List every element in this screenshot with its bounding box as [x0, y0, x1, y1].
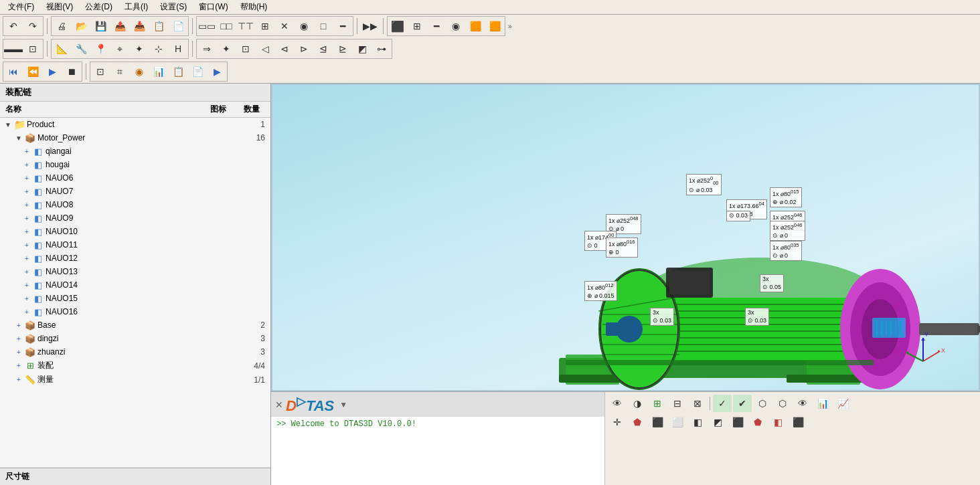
tree-item-nauo15[interactable]: + ◧ NAUO15: [0, 292, 270, 305]
shape1-button[interactable]: ⬟: [628, 413, 647, 431]
tree-item-nauo7[interactable]: + ◧ NAUO7: [0, 185, 270, 198]
tree-item-assembly[interactable]: + ⊞ 装配 4/4: [0, 359, 270, 373]
view1-button[interactable]: ▭▭: [197, 17, 216, 35]
geom1-button[interactable]: ⬡: [753, 395, 772, 412]
toggle-hougai[interactable]: +: [21, 161, 32, 169]
toggle-nauo8[interactable]: +: [21, 201, 32, 209]
tree-item-product[interactable]: ▼ 📁 Product 1: [0, 118, 270, 131]
view7-button[interactable]: □: [314, 17, 333, 35]
play-button[interactable]: ▶: [43, 63, 62, 80]
chart2-button[interactable]: 📈: [833, 395, 852, 412]
shape5-button[interactable]: ◩: [708, 413, 727, 431]
chart-button[interactable]: 📊: [813, 395, 832, 412]
tree-item-measure[interactable]: + 📏 测量 1/1: [0, 373, 270, 387]
chain7-button[interactable]: ⊴: [314, 40, 333, 58]
tree-item-qiangai[interactable]: + ◧ qiangai: [0, 144, 270, 158]
save-button[interactable]: 💾: [91, 17, 110, 35]
render4-button[interactable]: ◉: [446, 17, 465, 35]
toggle-assembly[interactable]: +: [13, 362, 24, 369]
anal1-button[interactable]: ⊡: [91, 63, 110, 80]
paste-button[interactable]: 📄: [169, 17, 187, 35]
copy-button[interactable]: 📋: [149, 17, 168, 35]
tree-item-base[interactable]: + 📦 Base 2: [0, 318, 270, 332]
meas3-button[interactable]: 📍: [91, 40, 110, 58]
meas1-button[interactable]: 📐: [52, 40, 71, 58]
move-button[interactable]: ✛: [608, 413, 627, 431]
toggle-base[interactable]: +: [13, 322, 24, 329]
shape7-button[interactable]: ⬟: [748, 413, 767, 431]
anal2-button[interactable]: ⌗: [110, 63, 129, 80]
anal5-button[interactable]: 📋: [169, 63, 187, 80]
expand1[interactable]: »: [507, 23, 513, 30]
view4-button[interactable]: ⊞: [256, 17, 274, 35]
view-front-button[interactable]: ◑: [628, 395, 647, 412]
view3-button[interactable]: ⊤⊤: [236, 17, 255, 35]
toggle-nauo10[interactable]: +: [21, 228, 32, 235]
chain4-button[interactable]: ◁: [256, 40, 274, 58]
redo-button[interactable]: ↷: [23, 17, 42, 35]
view2-button[interactable]: □□: [217, 17, 236, 35]
dim2-button[interactable]: ⊡: [23, 40, 42, 58]
menu-window[interactable]: 窗口(W): [193, 0, 233, 14]
menu-tools[interactable]: 工具(I): [119, 0, 153, 14]
menu-tolerance[interactable]: 公差(D): [80, 0, 118, 14]
shape9-button[interactable]: ⬛: [789, 413, 807, 431]
toggle-measure[interactable]: +: [13, 376, 24, 383]
render6-button[interactable]: 🟧: [485, 17, 504, 35]
anal6-button[interactable]: 📄: [188, 63, 207, 80]
tree-item-motor-power[interactable]: ▼ 📦 Motor_Power 16: [0, 131, 270, 144]
check2-button[interactable]: ✔: [733, 395, 752, 412]
view-split2-button[interactable]: ⊠: [688, 395, 707, 412]
menu-settings[interactable]: 设置(S): [155, 0, 192, 14]
check-button[interactable]: ✓: [713, 395, 732, 412]
chain9-button[interactable]: ◩: [353, 40, 372, 58]
toggle-nauo7[interactable]: +: [21, 188, 32, 195]
view-split-button[interactable]: ⊟: [668, 395, 687, 412]
menu-view[interactable]: 视图(V): [41, 0, 78, 14]
tree-item-nauo9[interactable]: + ◧ NAUO9: [0, 211, 270, 225]
toggle-zhuanzi[interactable]: +: [13, 349, 24, 356]
geom3-button[interactable]: 👁: [793, 395, 812, 412]
play-start-button[interactable]: ⏮: [4, 63, 23, 80]
toggle-nauo15[interactable]: +: [21, 295, 32, 302]
chain10-button[interactable]: ⊶: [372, 40, 391, 58]
undo-button[interactable]: ↶: [4, 17, 23, 35]
shape4-button[interactable]: ◧: [688, 413, 707, 431]
render3-button[interactable]: ━: [427, 17, 446, 35]
render1-button[interactable]: ⬛: [388, 17, 407, 35]
open-button[interactable]: 📂: [72, 17, 90, 35]
chain8-button[interactable]: ⊵: [333, 40, 352, 58]
play-stop-button[interactable]: ⏹: [62, 63, 81, 80]
render2-button[interactable]: ⊞: [408, 17, 426, 35]
view5-button[interactable]: ✕: [275, 17, 294, 35]
tree-item-nauo16[interactable]: + ◧ NAUO16: [0, 305, 270, 318]
toggle-motor[interactable]: ▼: [13, 134, 24, 142]
toggle-nauo16[interactable]: +: [21, 308, 32, 316]
toggle-product[interactable]: ▼: [3, 121, 13, 128]
chain3-button[interactable]: ⊡: [236, 40, 255, 58]
tree-item-hougai[interactable]: + ◧ hougai: [0, 158, 270, 171]
meas6-button[interactable]: ⊹: [149, 40, 168, 58]
toggle-nauo12[interactable]: +: [21, 255, 32, 262]
export-button[interactable]: 📤: [110, 17, 129, 35]
anal4-button[interactable]: 📊: [149, 63, 168, 80]
print-button[interactable]: 🖨: [52, 17, 71, 35]
arrow-right-button[interactable]: ▶▶: [361, 17, 380, 35]
tree-item-zhuanzi[interactable]: + 📦 zhuanzi 3: [0, 345, 270, 359]
meas7-button[interactable]: H: [169, 40, 187, 58]
anal3-button[interactable]: ◉: [130, 63, 149, 80]
tree-item-nauo8[interactable]: + ◧ NAUO8: [0, 198, 270, 211]
tree-item-nauo13[interactable]: + ◧ NAUO13: [0, 265, 270, 278]
toggle-qiangai[interactable]: +: [21, 148, 32, 155]
view-all-button[interactable]: 👁: [608, 395, 627, 412]
menu-file[interactable]: 文件(F): [3, 0, 39, 14]
import-button[interactable]: 📥: [130, 17, 149, 35]
chain1-button[interactable]: ⇒: [197, 40, 216, 58]
anal7-button[interactable]: ▶: [208, 63, 226, 80]
tree-item-nauo6[interactable]: + ◧ NAUO6: [0, 171, 270, 185]
toggle-nauo14[interactable]: +: [21, 282, 32, 289]
meas5-button[interactable]: ✦: [130, 40, 149, 58]
menu-help[interactable]: 帮助(H): [235, 0, 273, 14]
toggle-nauo11[interactable]: +: [21, 241, 32, 249]
tree-item-nauo10[interactable]: + ◧ NAUO10: [0, 225, 270, 238]
